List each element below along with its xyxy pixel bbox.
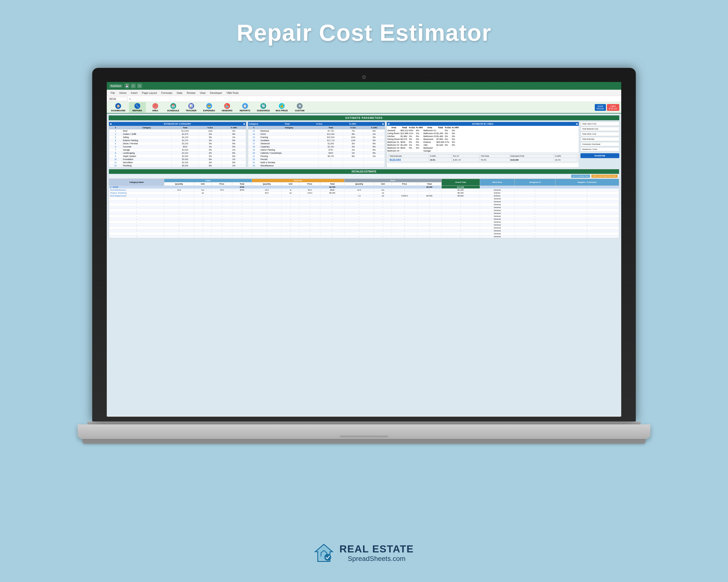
col-pct-arv: % ARV xyxy=(222,126,246,130)
area-pct-r: 17% xyxy=(445,141,451,143)
area-arv-r: 0% xyxy=(452,138,459,140)
table-row: 24 Miscellaneous - xyxy=(248,164,385,167)
ribbon-custom-btn[interactable]: ⚙ CUSTOM xyxy=(291,102,308,113)
empty-mq: - xyxy=(252,206,282,209)
goto-cell[interactable]: 5 xyxy=(109,142,122,145)
ribbon-reports-btn[interactable]: 📋 REPORTS xyxy=(237,102,254,113)
goto-cell[interactable]: 23 xyxy=(248,161,259,164)
goto-cell[interactable]: 24 xyxy=(248,164,259,167)
labor-total: - xyxy=(232,194,252,197)
detailed-estimate-btn[interactable]: Detailed ▶ xyxy=(580,153,619,158)
prev-category-btn[interactable]: ◀ xyxy=(110,123,111,125)
empty-gt: - xyxy=(441,229,480,232)
total-estimate-stat-label: Total Estimate xyxy=(582,138,594,140)
pct-arv-cell xyxy=(364,158,385,161)
table-row: 7 Garage $3,500 3% 1% xyxy=(109,148,246,151)
mat-total: - xyxy=(320,194,344,197)
goto-cell[interactable]: 13 xyxy=(248,130,259,133)
maxprice-label: MAX PRICE xyxy=(276,109,288,112)
total-cell: $6,700 xyxy=(319,155,343,158)
menu-vbatools[interactable]: VBA Tools xyxy=(225,91,240,95)
empty-row: - - - - - - - - - - - - - - General - - xyxy=(109,200,619,203)
table-row: 2 Gutters / Soffit $2,875 2% 0% xyxy=(109,133,246,136)
goto-cell[interactable]: 2 xyxy=(109,133,122,136)
ribbon-area-btn[interactable]: 📍 AREA xyxy=(147,102,164,113)
cat-right-pct-arv: % ARV xyxy=(349,123,356,125)
goto-cell[interactable]: 12 xyxy=(109,164,122,167)
goto-cell[interactable]: 21 xyxy=(248,155,259,158)
goto-cell[interactable]: 1 xyxy=(109,130,122,133)
go-to-area-btn[interactable]: GO TO AREA TAB xyxy=(571,175,590,178)
item-assigned: - xyxy=(515,194,555,197)
menu-file[interactable]: File xyxy=(109,91,117,95)
section-supplier xyxy=(555,186,619,189)
pct-est-cell: 1% xyxy=(343,148,364,151)
ribbon-vendors-btn[interactable]: 🏪 VENDORS xyxy=(219,102,236,113)
menu-view[interactable]: View xyxy=(198,91,208,95)
goto-cell[interactable]: 16 xyxy=(248,139,259,142)
ribbon-scenarios-btn[interactable]: 🔄 SCENARIOS xyxy=(255,102,272,113)
menu-pagelayout[interactable]: Page Layout xyxy=(140,91,159,95)
goto-cell[interactable]: 14 xyxy=(248,133,259,136)
menu-formulas[interactable]: Formulas xyxy=(159,91,174,95)
empty-ot: - xyxy=(417,218,441,221)
ribbon-schedule-btn[interactable]: 📅 SCHEDULE xyxy=(165,102,182,113)
pct-arv-cell: 0% xyxy=(364,142,385,145)
empty-mp: - xyxy=(300,209,320,212)
cat-right-nav[interactable]: ▶ xyxy=(383,123,384,125)
empty-ou: - xyxy=(374,224,392,226)
other-qty: 10.0 xyxy=(344,189,374,192)
empty-ou: - xyxy=(374,206,392,209)
area-arv-r: 0% xyxy=(452,141,459,143)
empty-mp: - xyxy=(300,215,320,218)
goto-cell[interactable]: 15 xyxy=(248,136,259,139)
pct-arv-cell: 0% xyxy=(222,151,246,155)
goto-cell[interactable]: 6 xyxy=(109,145,122,148)
category-cell: Exterior Painting xyxy=(122,139,171,142)
ribbon-maxprice-btn[interactable]: 💰 MAX PRICE xyxy=(273,102,290,113)
empty-sp: - xyxy=(555,235,619,238)
empty-gt: - xyxy=(441,224,480,226)
edit-contractor-btn[interactable]: EDIT CONTRACTOR LIST xyxy=(591,175,618,178)
labor-box[interactable]: Labor $ 48,137 xyxy=(607,104,619,111)
menu-review[interactable]: Review xyxy=(185,91,197,95)
quick-results-box[interactable]: Quick Results xyxy=(595,104,606,111)
goto-cell[interactable]: 4 xyxy=(109,139,122,142)
pct-est-cell: 11% xyxy=(343,139,364,142)
ribbon-repairs-btn[interactable]: 🔧 REPAIRS xyxy=(129,102,146,113)
next-area-btn[interactable]: ▶ xyxy=(576,123,578,125)
goto-cell[interactable]: 20 xyxy=(248,151,259,155)
menu-data[interactable]: Data xyxy=(175,91,184,95)
goto-cell[interactable]: 7 xyxy=(109,148,122,151)
goto-cell[interactable]: 9 xyxy=(109,155,122,158)
goto-cell[interactable]: 18 xyxy=(248,145,259,148)
redo-icon[interactable]: ↪ xyxy=(137,83,142,88)
ribbon-dashboard-btn[interactable]: 🏠 DASHBOARD xyxy=(109,102,128,113)
empty-name: - xyxy=(109,235,164,238)
goto-cell[interactable]: 22 xyxy=(248,158,259,161)
undo-icon[interactable]: ↩ xyxy=(131,83,136,88)
category-cell: Interior Painting xyxy=(259,148,319,151)
name-box[interactable] xyxy=(108,97,128,101)
menu-insert[interactable]: Insert xyxy=(129,91,139,95)
table-row: 23 Mold & Termites - xyxy=(248,161,385,164)
ribbon-tracker-btn[interactable]: 📊 TRACKER xyxy=(183,102,200,113)
empty-lp: - xyxy=(212,212,232,215)
save-icon[interactable]: 💾 xyxy=(125,83,129,88)
area-pct-l: 1% xyxy=(409,144,415,146)
prev-area-btn[interactable]: ◀ xyxy=(388,123,389,125)
goto-cell[interactable]: 19 xyxy=(248,148,259,151)
goto-cell[interactable]: 3 xyxy=(109,136,122,139)
goto-cell[interactable]: 10 xyxy=(109,158,122,161)
area-name-r: Bathroom #1 xyxy=(423,129,436,132)
mat-unit: ea xyxy=(282,192,300,194)
menu-home[interactable]: Home xyxy=(118,91,128,95)
empty-lp: - xyxy=(212,209,232,212)
goto-cell[interactable]: 11 xyxy=(109,161,122,164)
ribbon-expenses-btn[interactable]: 💳 EXPENSES xyxy=(201,102,218,113)
goto-cell[interactable]: 8 xyxy=(109,151,122,155)
goto-cell[interactable]: 17 xyxy=(248,142,259,145)
next-category-btn[interactable]: ▶ xyxy=(244,123,245,125)
empty-row: - - - - - - - - - - - - - - General - - xyxy=(109,221,619,224)
menu-developer[interactable]: Developer xyxy=(208,91,224,95)
